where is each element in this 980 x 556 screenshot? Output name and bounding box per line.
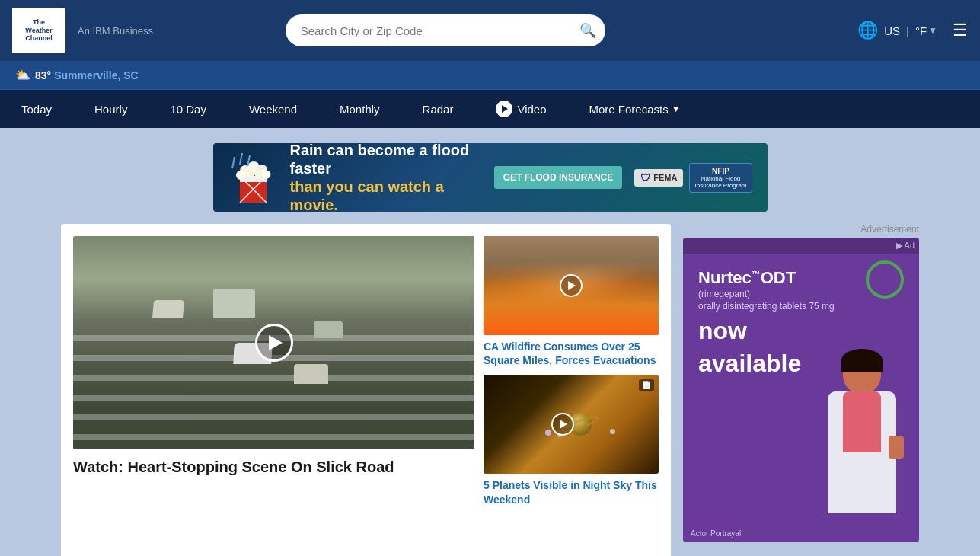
doctor-shirt	[843, 391, 881, 452]
video-label: Video	[517, 103, 546, 116]
nav-video[interactable]: Video	[474, 90, 567, 128]
planets-article[interactable]: 📄 5 Planets Visible in Night Sky This We…	[484, 375, 659, 506]
hamburger-menu-icon[interactable]: ☰	[953, 21, 968, 40]
nav-monthly[interactable]: Monthly	[318, 90, 401, 128]
doc-icon: 📄	[639, 379, 654, 391]
doctor-image-area	[767, 344, 919, 542]
more-forecasts-chevron-icon: ▼	[672, 104, 681, 114]
actor-portrayal-text: Actor Portrayal	[691, 529, 741, 538]
locale-text: US	[884, 24, 900, 37]
car-3	[294, 364, 328, 384]
main-article-play-button[interactable]	[255, 324, 293, 362]
current-temp: 83°	[35, 69, 51, 81]
planets-title: 5 Planets Visible in Night Sky This Week…	[484, 478, 659, 506]
location-bar: ⛅ 83° Summerville, SC	[0, 61, 980, 90]
nurtec-ad[interactable]: ▶ Ad Nurtec™ODT (rimegepant) orally disi…	[683, 238, 919, 542]
locale-divider: |	[906, 24, 909, 37]
temp-unit-dropdown[interactable]: °F ▼	[915, 24, 937, 37]
wildfire-play-button[interactable]	[560, 274, 583, 297]
temp-unit-text: °F	[915, 24, 927, 37]
planets-play-button[interactable]	[551, 413, 574, 436]
ad-popcorn-image	[228, 149, 278, 206]
doctor-hair	[841, 349, 883, 372]
articles-grid: Watch: Heart-Stopping Scene On Slick Roa…	[73, 236, 659, 506]
site-logo[interactable]: The Weather Channel	[12, 8, 65, 53]
nav-radar[interactable]: Radar	[401, 90, 475, 128]
main-article-title: Watch: Heart-Stopping Scene On Slick Roa…	[73, 457, 474, 477]
fema-badge: 🛡 FEMA	[634, 169, 683, 187]
nurtec-tagline1: now	[698, 318, 904, 344]
planets-image: 📄	[484, 375, 659, 474]
main-content: Watch: Heart-Stopping Scene On Slick Roa…	[0, 224, 980, 556]
nfip-text: NFIP	[694, 167, 746, 175]
doctor-thumb	[889, 436, 904, 459]
car-1	[152, 300, 184, 318]
nfip-subtext: National FloodInsurance Program	[694, 175, 746, 189]
ad-choice-icon[interactable]: ▶ Ad	[896, 241, 915, 251]
globe-icon: 🌐	[857, 21, 878, 40]
nav-hourly[interactable]: Hourly	[73, 90, 148, 128]
fema-text: FEMA	[653, 173, 677, 182]
logo-line3: Channel	[25, 34, 53, 43]
site-header: The Weather Channel An IBM Business 🔍 🌐 …	[0, 0, 980, 61]
search-input[interactable]	[286, 14, 605, 46]
fema-logos: 🛡 FEMA NFIP National FloodInsurance Prog…	[634, 163, 752, 193]
nurtec-tm: ™	[752, 269, 761, 280]
current-city[interactable]: Summerville, SC	[54, 69, 139, 81]
main-nav: Today Hourly 10 Day Weekend Monthly Rada…	[0, 90, 980, 128]
more-forecasts-label: More Forecasts	[589, 103, 669, 116]
ad-sidebar: Advertisement ▶ Ad Nurtec™ODT (rimegepan…	[683, 224, 919, 556]
video-play-icon	[496, 101, 512, 117]
current-weather-icon: ⛅	[15, 68, 30, 82]
flood-insurance-ad[interactable]: Rain can become a flood faster than you …	[213, 143, 768, 212]
main-article-image	[73, 236, 474, 449]
search-button[interactable]: 🔍	[579, 22, 596, 39]
svg-line-11	[232, 157, 235, 168]
now-text: now	[698, 317, 747, 344]
svg-point-9	[254, 168, 263, 177]
ibm-label: An IBM Business	[78, 25, 153, 37]
svg-point-10	[262, 170, 270, 178]
nurtec-name: Nurtec	[698, 268, 752, 287]
chevron-down-icon: ▼	[928, 25, 937, 36]
main-article[interactable]: Watch: Heart-Stopping Scene On Slick Roa…	[73, 236, 474, 506]
articles-section: Watch: Heart-Stopping Scene On Slick Roa…	[61, 224, 671, 556]
wildfire-article[interactable]: CA Wildfire Consumes Over 25 Square Mile…	[484, 236, 659, 367]
nfip-badge: NFIP National FloodInsurance Program	[689, 163, 752, 193]
logo-line1: The	[33, 18, 45, 27]
planet-small-1	[545, 430, 551, 436]
ad-line1: Rain can become a flood faster	[290, 143, 482, 177]
nurtec-subtitle: orally disintegrating tablets 75 mg	[698, 301, 904, 312]
ad-line2: than you can watch a movie.	[290, 177, 482, 212]
ad-text-block: Rain can become a flood faster than you …	[290, 143, 482, 212]
flood-insurance-cta[interactable]: GET FLOOD INSURANCE	[494, 166, 623, 189]
nurtec-suffix: ODT	[761, 268, 796, 287]
popcorn-svg	[228, 149, 278, 206]
search-bar: 🔍	[286, 14, 605, 46]
wildfire-title: CA Wildfire Consumes Over 25 Square Mile…	[484, 340, 659, 367]
nav-10day[interactable]: 10 Day	[148, 90, 228, 128]
car-4	[314, 321, 343, 338]
nav-weekend[interactable]: Weekend	[228, 90, 318, 128]
truck	[213, 289, 255, 318]
wildfire-image	[484, 236, 659, 335]
svg-point-7	[236, 171, 245, 180]
svg-point-8	[244, 167, 255, 177]
logo-line2: Weather	[25, 27, 52, 35]
nav-more-forecasts[interactable]: More Forecasts ▼	[568, 90, 702, 128]
ad-banner-area: Rain can become a flood faster than you …	[0, 128, 980, 224]
side-articles: CA Wildfire Consumes Over 25 Square Mile…	[484, 236, 659, 506]
svg-line-12	[240, 153, 242, 165]
nurtec-circle-accent	[866, 260, 904, 299]
nav-today[interactable]: Today	[0, 90, 73, 128]
ad-sidebar-label: Advertisement	[683, 224, 919, 235]
planet-small-3	[610, 429, 615, 434]
ad-top-bar: ▶ Ad	[683, 238, 919, 254]
play-triangle-icon	[502, 105, 508, 113]
header-right: 🌐 US | °F ▼ ☰	[857, 21, 968, 40]
